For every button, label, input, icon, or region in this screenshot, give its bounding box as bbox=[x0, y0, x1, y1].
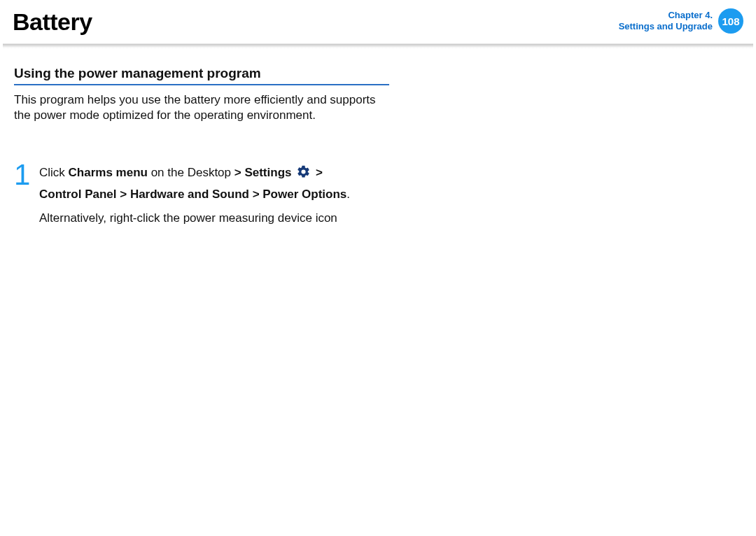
step-alt-text: Alternatively, right-click the power mea… bbox=[39, 209, 350, 227]
on-desktop-text: on the Desktop bbox=[148, 166, 234, 179]
section-heading: Using the power management program bbox=[14, 66, 389, 85]
intro-text: This program helps you use the battery m… bbox=[14, 92, 378, 123]
period: . bbox=[346, 188, 350, 201]
header-divider bbox=[3, 43, 753, 49]
gt1: > bbox=[234, 166, 245, 179]
chapter-line1: Chapter 4. bbox=[619, 10, 713, 21]
step-click-text: Click bbox=[39, 166, 69, 179]
control-panel-path: Control Panel > Hardware and Sound > Pow… bbox=[39, 188, 346, 201]
step-number: 1 bbox=[14, 162, 34, 188]
step-instruction-line: Click Charms menu on the Desktop > Setti… bbox=[39, 164, 350, 204]
gt2: > bbox=[316, 166, 323, 179]
settings-text: Settings bbox=[244, 166, 291, 179]
gear-icon bbox=[296, 164, 311, 185]
page-header: Battery Chapter 4. Settings and Upgrade … bbox=[0, 0, 756, 43]
step-body: Click Charms menu on the Desktop > Setti… bbox=[39, 162, 350, 227]
content-area: Using the power management program This … bbox=[0, 49, 392, 227]
chapter-line2: Settings and Upgrade bbox=[619, 21, 713, 32]
step-1: 1 Click Charms menu on the Desktop > Set… bbox=[14, 162, 378, 227]
page-title: Battery bbox=[13, 8, 92, 36]
page-number-badge: 108 bbox=[718, 8, 743, 34]
chapter-info: Chapter 4. Settings and Upgrade bbox=[619, 10, 713, 31]
charms-menu-text: Charms menu bbox=[69, 166, 148, 179]
header-right-block: Chapter 4. Settings and Upgrade 108 bbox=[619, 8, 743, 34]
